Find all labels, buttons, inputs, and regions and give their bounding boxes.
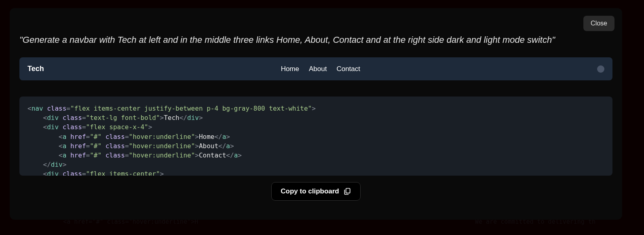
nav-link-about[interactable]: About — [309, 65, 327, 73]
svg-rect-0 — [346, 189, 350, 193]
nav-link-home[interactable]: Home — [281, 65, 299, 73]
nav-brand: Tech — [27, 65, 44, 73]
prompt-text: "Generate a navbar with Tech at left and… — [19, 35, 612, 45]
nav-link-contact[interactable]: Contact — [336, 65, 360, 73]
clipboard-icon — [343, 187, 351, 195]
theme-toggle-icon[interactable] — [597, 65, 604, 73]
close-button[interactable]: Close — [583, 16, 614, 31]
code-block[interactable]: <nav class="flex items-center justify-be… — [19, 97, 612, 176]
copy-button-label: Copy to clipboard — [281, 187, 339, 195]
copy-to-clipboard-button[interactable]: Copy to clipboard — [271, 182, 361, 201]
nav-links: Home About Contact — [281, 65, 360, 73]
modal-dialog: Close "Generate a navbar with Tech at le… — [10, 8, 622, 220]
navbar-preview: Tech Home About Contact — [19, 57, 612, 80]
